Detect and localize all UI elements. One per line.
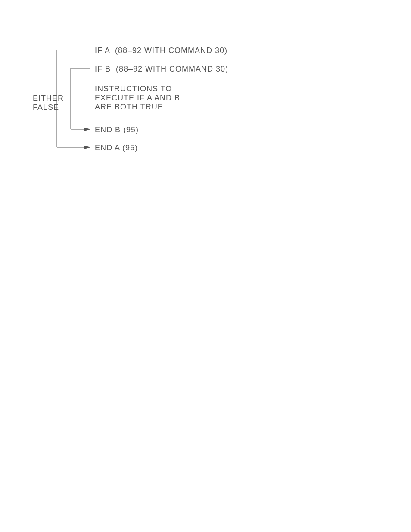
- end-b-label: END B (95): [95, 125, 139, 134]
- flow-bracket-svg: [0, 0, 411, 532]
- arrowhead-end-a: [84, 146, 90, 149]
- inner-bracket-path: [71, 68, 90, 129]
- instructions-label: INSTRUCTIONS TO EXECUTE IF A AND B ARE B…: [95, 84, 180, 112]
- end-a-label: END A (95): [95, 143, 138, 152]
- diagram-container: IF A (88–92 WITH COMMAND 30) IF B (88–92…: [0, 0, 411, 532]
- if-b-label: IF B (88–92 WITH COMMAND 30): [95, 65, 228, 74]
- either-false-label: EITHER FALSE: [33, 94, 53, 112]
- arrowhead-end-b: [84, 128, 90, 131]
- if-a-label: IF A (88–92 WITH COMMAND 30): [95, 46, 227, 55]
